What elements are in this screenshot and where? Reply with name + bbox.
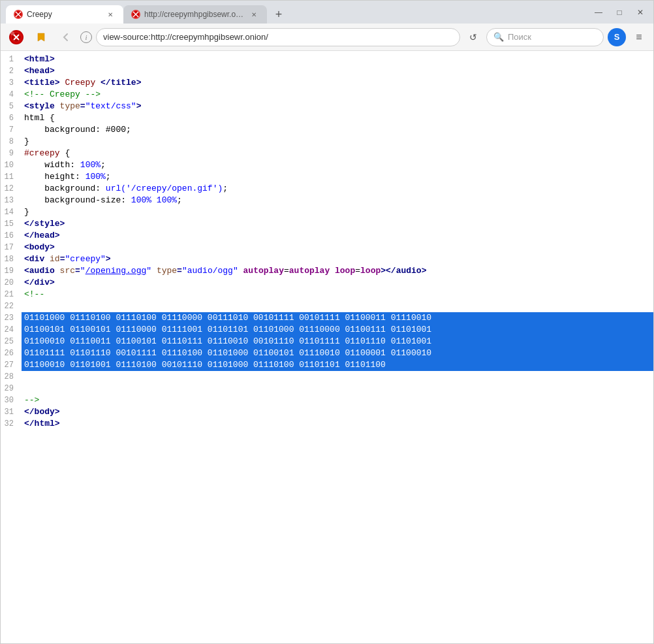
tab-close-inactive[interactable]: ✕ (249, 9, 259, 20)
line-content: 01101000 01110100 01110100 01110000 0011… (22, 312, 653, 324)
search-placeholder: Поиск (508, 32, 531, 42)
address-bar[interactable]: view-source:http://creepymhpgibsewr.onio… (96, 28, 460, 46)
back-button[interactable] (55, 27, 76, 48)
line-content: 01100010 01110011 01100101 01110111 0111… (22, 336, 653, 347)
close-button[interactable]: ✕ (632, 5, 648, 20)
source-line-8: 8} (1, 136, 653, 148)
line-content: width: 100%; (22, 159, 653, 171)
source-line-29: 29 (1, 383, 653, 394)
source-line-16: 16</head> (1, 230, 653, 242)
source-line-31: 31</body> (1, 406, 653, 418)
line-content: </head> (22, 230, 653, 242)
source-line-4: 4<!-- Creepy --> (1, 89, 653, 101)
source-line-3: 3<title> Creepy </title> (1, 77, 653, 89)
browser-window: Creepy ✕ http://creepymhpgibsewr.oni... … (0, 0, 654, 644)
tab-title-inactive: http://creepymhpgibsewr.oni... (144, 10, 245, 19)
line-number: 1 (1, 54, 22, 65)
search-icon: 🔍 (493, 32, 504, 42)
source-line-23: 2301101000 01110100 01110100 01110000 00… (1, 312, 653, 324)
line-number: 16 (1, 230, 22, 242)
tab-area: Creepy ✕ http://creepymhpgibsewr.oni... … (6, 1, 288, 24)
source-line-14: 14} (1, 206, 653, 218)
line-number: 22 (1, 300, 22, 312)
tab-active[interactable]: Creepy ✕ (6, 5, 123, 24)
line-content: 01100010 01101001 01110100 00101110 0110… (22, 359, 653, 371)
line-content: </div> (22, 277, 653, 289)
line-content: <title> Creepy </title> (22, 77, 653, 89)
line-number: 19 (1, 265, 22, 277)
source-line-30: 30--> (1, 394, 653, 406)
line-number: 29 (1, 383, 22, 394)
info-icon[interactable]: i (80, 31, 92, 43)
line-content: --> (22, 394, 653, 406)
line-number: 27 (1, 359, 22, 371)
source-line-10: 10 width: 100%; (1, 159, 653, 171)
line-number: 18 (1, 253, 22, 265)
line-content: <div id="creepy"> (22, 253, 653, 265)
line-number: 10 (1, 159, 22, 171)
line-content: <!-- Creepy --> (22, 89, 653, 101)
line-number: 32 (1, 418, 22, 430)
line-content: background-size: 100% 100%; (22, 195, 653, 206)
line-number: 5 (1, 101, 22, 112)
line-number: 24 (1, 324, 22, 336)
source-line-22: 22 (1, 300, 653, 312)
line-number: 11 (1, 171, 22, 183)
menu-button[interactable]: ≡ (630, 28, 648, 46)
line-number: 7 (1, 124, 22, 136)
source-line-11: 11 height: 100%; (1, 171, 653, 183)
line-number: 28 (1, 371, 22, 383)
source-line-12: 12 background: url('/creepy/open.gif'); (1, 183, 653, 195)
line-content: html { (22, 112, 653, 124)
line-number: 15 (1, 218, 22, 230)
tab-title-active: Creepy (27, 10, 101, 19)
source-line-27: 2701100010 01101001 01110100 00101110 01… (1, 359, 653, 371)
line-number: 14 (1, 206, 22, 218)
line-number: 20 (1, 277, 22, 289)
stop-icon (9, 30, 23, 44)
address-text: view-source:http://creepymhpgibsewr.onio… (103, 32, 453, 42)
line-number: 12 (1, 183, 22, 195)
minimize-button[interactable]: — (591, 5, 606, 20)
source-line-20: 20</div> (1, 277, 653, 289)
source-line-9: 9#creepy { (1, 148, 653, 159)
tab-favicon-inactive (131, 10, 140, 19)
profile-icon[interactable]: S (608, 28, 626, 46)
line-number: 6 (1, 112, 22, 124)
line-number: 17 (1, 242, 22, 253)
source-line-1: 1<html> (1, 54, 653, 65)
source-line-24: 2401100101 01100101 01110000 01111001 01… (1, 324, 653, 336)
line-content: 01101111 01101110 00101111 01110100 0110… (22, 347, 653, 359)
source-line-6: 6html { (1, 112, 653, 124)
line-number: 25 (1, 336, 22, 347)
maximize-button[interactable]: □ (612, 5, 627, 20)
line-content: 01100101 01100101 01110000 01111001 0110… (22, 324, 653, 336)
new-tab-button[interactable]: + (270, 5, 288, 24)
tab-close-active[interactable]: ✕ (105, 9, 116, 20)
line-content: <style type="text/css"> (22, 101, 653, 112)
search-box[interactable]: 🔍 Поиск (486, 28, 604, 46)
bookmark-button[interactable] (31, 27, 52, 48)
source-area[interactable]: 1<html>2<head>3<title> Creepy </title>4<… (1, 51, 653, 643)
line-number: 3 (1, 77, 22, 89)
line-content: <audio src="/opening.ogg" type="audio/og… (22, 265, 653, 277)
source-line-15: 15</style> (1, 218, 653, 230)
source-line-32: 32</html> (1, 418, 653, 430)
stop-favicon (6, 27, 27, 48)
tab-inactive[interactable]: http://creepymhpgibsewr.oni... ✕ (123, 5, 267, 24)
line-content: background: url('/creepy/open.gif'); (22, 183, 653, 195)
line-content: } (22, 136, 653, 148)
reload-button[interactable]: ↺ (464, 28, 482, 46)
line-content: <html> (22, 54, 653, 65)
source-line-25: 2501100010 01110011 01100101 01110111 01… (1, 336, 653, 347)
tab-favicon-active (14, 10, 23, 19)
line-content: </body> (22, 406, 653, 418)
line-number: 2 (1, 65, 22, 77)
source-line-7: 7 background: #000; (1, 124, 653, 136)
source-line-18: 18<div id="creepy"> (1, 253, 653, 265)
line-number: 31 (1, 406, 22, 418)
line-number: 4 (1, 89, 22, 101)
line-content: </style> (22, 218, 653, 230)
line-content: } (22, 206, 653, 218)
source-line-5: 5<style type="text/css"> (1, 101, 653, 112)
